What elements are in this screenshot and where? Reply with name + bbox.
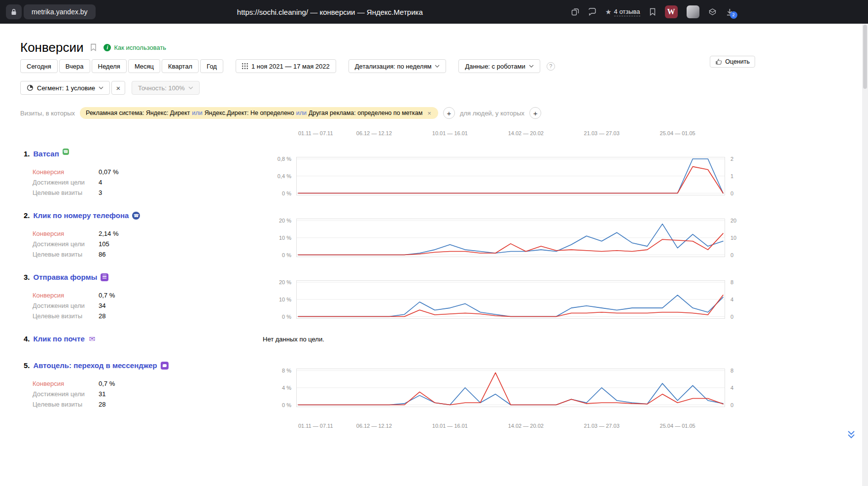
- goal-chart-whatsapp[interactable]: [296, 157, 725, 195]
- downloads-badge: 2: [730, 11, 737, 19]
- x-axis-label: 01.11 — 07.11: [298, 423, 333, 429]
- metric-label: Достижения цели: [33, 302, 99, 309]
- y-axis-label: 4 %: [282, 384, 291, 391]
- y-axis-label: 0 %: [282, 252, 291, 259]
- y-axis-label: 20 %: [279, 279, 291, 286]
- segment-pie-icon: [27, 84, 34, 91]
- goal-link[interactable]: Клик по почте: [34, 335, 85, 343]
- address-bar-url: metrika.yandex.by: [32, 8, 88, 16]
- x-axis-label: 21.03 — 27.03: [584, 130, 620, 136]
- window-scrollbar[interactable]: [862, 24, 868, 486]
- chip-condition: Другая реклама: определено по меткам: [309, 110, 422, 116]
- y-axis-label: 0: [730, 402, 733, 409]
- visits-condition-label: Визиты, в которых: [20, 110, 75, 117]
- metric-label: Целевые визиты: [33, 401, 99, 408]
- window-title: https://sochi.cleaning/ — конверсии — Ян…: [96, 8, 564, 16]
- whatsapp-icon: [63, 149, 69, 155]
- scroll-down-button[interactable]: [844, 428, 858, 442]
- x-axis-label: 14.02 — 20.02: [508, 130, 544, 136]
- how-to-use-label: Как использовать: [114, 44, 166, 51]
- period-week-button[interactable]: Неделя: [92, 59, 127, 73]
- chart-y-axis-left: 0,8 %0,4 %0 %: [274, 157, 296, 195]
- add-visit-condition-button[interactable]: +: [443, 107, 455, 119]
- extension-icon[interactable]: [687, 5, 699, 18]
- chart-y-axis-right: 840: [725, 369, 745, 407]
- rate-icon: [715, 59, 722, 65]
- rate-button[interactable]: Оценить: [710, 56, 755, 68]
- x-axis-label: 10.01 — 16.01: [432, 423, 468, 429]
- x-axis-label: 14.02 — 20.02: [508, 423, 544, 429]
- period-month-button[interactable]: Месяц: [128, 59, 160, 73]
- goal-chart-form-submit[interactable]: [296, 280, 725, 319]
- y-axis-label: 0: [730, 252, 733, 259]
- x-axis-label: 01.11 — 07.11: [298, 130, 333, 136]
- chat-icon[interactable]: [588, 8, 596, 16]
- accuracy-dropdown[interactable]: Точность: 100%: [132, 81, 200, 95]
- chart-y-axis-left: 20 %10 %0 %: [274, 219, 296, 257]
- collections-icon[interactable]: [708, 8, 717, 16]
- w-extension-icon[interactable]: W: [665, 5, 678, 18]
- goal-link[interactable]: Ватсап: [34, 150, 59, 158]
- period-year-button[interactable]: Год: [200, 59, 223, 73]
- period-quarter-button[interactable]: Квартал: [162, 59, 199, 73]
- phone-icon: [132, 212, 140, 220]
- y-axis-label: 0 %: [282, 313, 291, 320]
- metric-value: 4: [99, 179, 102, 186]
- y-axis-label: 10: [730, 234, 736, 241]
- metric-value: 2,14 %: [99, 230, 118, 237]
- data-robots-dropdown[interactable]: Данные: с роботами: [458, 59, 540, 73]
- y-axis-label: 0 %: [282, 402, 291, 409]
- segment-label: Сегмент: 1 условие: [37, 84, 95, 92]
- mail-icon: [88, 335, 96, 343]
- y-axis-label: 10 %: [279, 234, 291, 241]
- address-bar[interactable]: metrika.yandex.by: [24, 4, 96, 19]
- y-axis-label: 0,4 %: [278, 173, 291, 180]
- add-people-condition-button[interactable]: +: [529, 107, 541, 119]
- reviews-button[interactable]: ★ 4 отзыва: [605, 8, 640, 16]
- y-axis-label: 20 %: [279, 217, 291, 224]
- downloads-button[interactable]: 2: [726, 8, 734, 16]
- goal-row-messenger-autogoal: 5. Автоцель: переход в мессенджер Конвер…: [20, 361, 868, 411]
- chart-y-axis-left: 20 %10 %0 %: [274, 280, 296, 319]
- metric-label: Конверсия: [33, 380, 99, 387]
- goal-row-phone-click: 2. Клик по номеру телефона Конверсия2,14…: [20, 211, 868, 262]
- chip-condition: Яндекс.Директ: Не определено: [205, 110, 294, 116]
- date-range-button[interactable]: 1 ноя 2021 — 17 мая 2022: [236, 59, 336, 73]
- goal-row-email-click: 4. Клик по почте Нет данных по цели.: [20, 335, 868, 344]
- chip-operator: или: [296, 110, 307, 116]
- metric-value: 28: [99, 401, 105, 408]
- x-axis-label: 25.04 — 01.05: [660, 423, 695, 429]
- period-yesterday-button[interactable]: Вчера: [59, 59, 90, 73]
- y-axis-label: 1: [730, 173, 733, 180]
- chevron-down-icon: [435, 65, 440, 68]
- tabs-icon[interactable]: [571, 8, 579, 16]
- goal-link[interactable]: Отправка формы: [34, 273, 98, 281]
- segment-clear-button[interactable]: ×: [111, 81, 125, 95]
- chip-close-icon[interactable]: ×: [427, 110, 431, 117]
- goal-chart-phone-click[interactable]: [296, 219, 725, 257]
- bookmark-icon[interactable]: [649, 8, 656, 16]
- chip-condition: Рекламная система: Яндекс: Директ: [86, 110, 190, 116]
- help-icon[interactable]: ?: [547, 62, 555, 71]
- favorite-report-icon[interactable]: [90, 43, 97, 51]
- how-to-use-link[interactable]: i Как использовать: [104, 44, 166, 51]
- segment-dropdown[interactable]: Сегмент: 1 условие: [20, 81, 110, 95]
- x-axis-label: 10.01 — 16.01: [432, 130, 468, 136]
- scrollbar-thumb[interactable]: [863, 25, 867, 89]
- site-security-button[interactable]: [6, 4, 22, 19]
- goal-chart-messenger[interactable]: [296, 369, 725, 407]
- chip-operator: или: [192, 110, 203, 116]
- goal-link[interactable]: Клик по номеру телефона: [34, 211, 129, 220]
- segment-condition-chip[interactable]: Рекламная система: Яндекс: ДиректилиЯнде…: [80, 107, 438, 119]
- goal-number: 1.: [24, 150, 30, 158]
- y-axis-label: 2: [730, 155, 733, 162]
- metric-value: 0,07 %: [99, 168, 118, 176]
- granularity-dropdown[interactable]: Детализация: по неделям: [348, 59, 447, 73]
- period-today-button[interactable]: Сегодня: [20, 59, 58, 73]
- goal-number: 2.: [24, 211, 30, 220]
- metric-value: 0,7 %: [99, 292, 115, 299]
- metric-label: Целевые визиты: [33, 312, 99, 320]
- metric-label: Конверсия: [33, 168, 99, 176]
- goal-link[interactable]: Автоцель: переход в мессенджер: [34, 361, 157, 370]
- chevron-down-icon: [188, 86, 193, 89]
